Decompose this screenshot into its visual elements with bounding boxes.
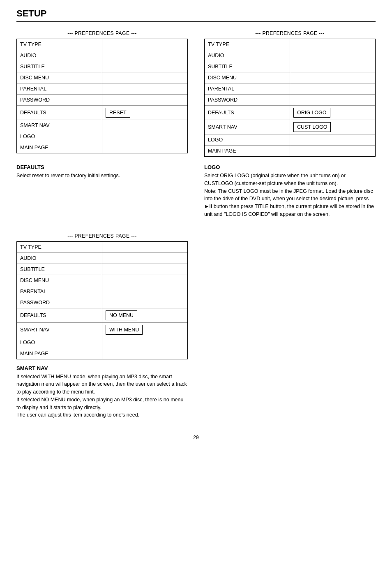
pref-cell-tv-type-r-opt	[290, 39, 375, 50]
no-menu-option[interactable]: NO MENU	[106, 310, 137, 320]
table-row: AUDIO	[17, 50, 187, 61]
pref-cell-disc-menu-opt	[102, 72, 187, 83]
table-row: SUBTITLE	[17, 61, 187, 72]
pref-cell-audio: AUDIO	[17, 50, 102, 61]
pref-cell-tv-type-b: TV TYPE	[17, 242, 102, 252]
top-right-pref-table: TV TYPE AUDIO SUBTITLE DISC MENU PARENTA…	[204, 39, 376, 157]
pref-cell-subtitle-opt	[102, 61, 187, 72]
pref-cell-tv-type: TV TYPE	[17, 39, 102, 50]
pref-cell-main-page-b-opt	[102, 348, 187, 359]
pref-cell-tv-type-b-opt	[102, 242, 187, 252]
top-right-pref-label: --- PREFERENCES PAGE ---	[204, 30, 376, 36]
table-row: PARENTAL	[205, 83, 375, 95]
table-row: DISC MENU	[17, 275, 187, 286]
pref-cell-password-r-opt	[290, 95, 375, 105]
page-number: 29	[16, 435, 376, 440]
table-row: AUDIO	[17, 253, 187, 264]
bottom-section: --- PREFERENCES PAGE --- TV TYPE AUDIO S…	[16, 233, 376, 427]
top-left-col: --- PREFERENCES PAGE --- TV TYPE AUDIO S…	[16, 30, 188, 157]
table-row: DISC MENU	[17, 72, 187, 83]
pref-cell-main-page-b: MAIN PAGE	[17, 348, 102, 359]
table-row: MAIN PAGE	[17, 348, 187, 359]
pref-cell-audio-b-opt	[102, 253, 187, 264]
pref-cell-parental-opt	[102, 83, 187, 94]
top-left-pref-label: --- PREFERENCES PAGE ---	[16, 30, 188, 36]
pref-cell-smart-nav-r: SMART NAV	[205, 120, 290, 134]
pref-cell-audio-r: AUDIO	[205, 50, 290, 61]
pref-cell-password: PASSWORD	[17, 95, 102, 105]
logo-text: Select ORIG LOGO (original picture when …	[204, 172, 376, 218]
pref-cell-main-page-r: MAIN PAGE	[205, 146, 290, 156]
pref-cell-audio-r-opt	[290, 50, 375, 61]
table-row: PASSWORD	[205, 95, 375, 106]
pref-cell-main-page: MAIN PAGE	[17, 142, 102, 153]
table-row: SUBTITLE	[17, 264, 187, 275]
pref-cell-logo-b: LOGO	[17, 337, 102, 348]
table-row: TV TYPE	[17, 39, 187, 50]
pref-cell-defaults-b: DEFAULTS	[17, 308, 102, 322]
table-row: SUBTITLE	[205, 61, 375, 72]
with-menu-option[interactable]: WITH MENU	[106, 325, 143, 335]
cust-logo-option[interactable]: CUST LOGO	[293, 122, 331, 132]
table-row: DEFAULTS NO MENU	[17, 308, 187, 323]
top-right-col: --- PREFERENCES PAGE --- TV TYPE AUDIO S…	[204, 30, 376, 157]
table-row: MAIN PAGE	[205, 146, 375, 156]
pref-cell-subtitle-r-opt	[290, 61, 375, 72]
pref-cell-disc-menu-r-opt	[290, 72, 375, 83]
pref-cell-subtitle: SUBTITLE	[17, 61, 102, 72]
pref-cell-defaults-r-opt: ORIG LOGO	[290, 106, 375, 120]
pref-cell-main-page-r-opt	[290, 146, 375, 156]
table-row: PASSWORD	[17, 297, 187, 308]
smart-nav-section: SMART NAV If selected WITH MENU mode, wh…	[16, 365, 188, 419]
table-row: PARENTAL	[17, 286, 187, 297]
pref-cell-password-b: PASSWORD	[17, 297, 102, 308]
orig-logo-option[interactable]: ORIG LOGO	[293, 108, 330, 118]
defaults-heading: DEFAULTS	[16, 164, 188, 170]
defaults-text: Select reset to revert to factory initia…	[16, 172, 188, 180]
smart-nav-heading: SMART NAV	[16, 365, 188, 371]
pref-cell-smart-nav-r-opt: CUST LOGO	[290, 120, 375, 134]
pref-cell-defaults-opt: RESET	[102, 106, 187, 120]
pref-cell-password-b-opt	[102, 297, 187, 308]
table-row: DISC MENU	[205, 72, 375, 83]
reset-option[interactable]: RESET	[106, 108, 130, 118]
pref-cell-smart-nav-b-opt: WITH MENU	[102, 323, 187, 337]
pref-cell-smart-nav: SMART NAV	[17, 120, 102, 131]
pref-cell-parental-b: PARENTAL	[17, 286, 102, 297]
pref-cell-logo: LOGO	[17, 131, 102, 142]
pref-cell-defaults-r: DEFAULTS	[205, 106, 290, 120]
pref-cell-defaults-b-opt: NO MENU	[102, 308, 187, 322]
pref-cell-subtitle-b-opt	[102, 264, 187, 275]
table-row: AUDIO	[205, 50, 375, 61]
pref-cell-defaults: DEFAULTS	[17, 106, 102, 120]
pref-cell-password-opt	[102, 95, 187, 105]
bottom-left-pref-table: TV TYPE AUDIO SUBTITLE DISC MENU PARENTA…	[16, 241, 188, 359]
table-row: DEFAULTS RESET	[17, 106, 187, 120]
table-row: TV TYPE	[17, 242, 187, 253]
table-row: TV TYPE	[205, 39, 375, 50]
bottom-left-col: --- PREFERENCES PAGE --- TV TYPE AUDIO S…	[16, 233, 188, 427]
desc-section-top: DEFAULTS Select reset to revert to facto…	[16, 164, 376, 226]
defaults-section: DEFAULTS Select reset to revert to facto…	[16, 164, 188, 218]
pref-cell-password-r: PASSWORD	[205, 95, 290, 105]
table-row: PARENTAL	[17, 83, 187, 95]
pref-cell-disc-menu-b-opt	[102, 275, 187, 286]
pref-cell-smart-nav-b: SMART NAV	[17, 323, 102, 337]
pref-cell-parental-r-opt	[290, 83, 375, 94]
pref-cell-disc-menu: DISC MENU	[17, 72, 102, 83]
pref-cell-audio-opt	[102, 50, 187, 61]
pref-cell-parental-r: PARENTAL	[205, 83, 290, 94]
table-row: LOGO	[17, 131, 187, 142]
page-title: SETUP	[16, 8, 376, 22]
pref-cell-logo-opt	[102, 131, 187, 142]
smart-nav-text: If selected WITH MENU mode, when playing…	[16, 373, 188, 419]
pref-cell-tv-type-r: TV TYPE	[205, 39, 290, 50]
pref-cell-parental: PARENTAL	[17, 83, 102, 94]
bottom-right-col	[204, 233, 376, 427]
pref-cell-subtitle-r: SUBTITLE	[205, 61, 290, 72]
top-left-pref-table: TV TYPE AUDIO SUBTITLE DISC MENU PARENTA…	[16, 39, 188, 153]
table-row: MAIN PAGE	[17, 142, 187, 153]
pref-cell-logo-b-opt	[102, 337, 187, 348]
bottom-pref-label: --- PREFERENCES PAGE ---	[16, 233, 188, 239]
table-row: SMART NAV WITH MENU	[17, 323, 187, 337]
